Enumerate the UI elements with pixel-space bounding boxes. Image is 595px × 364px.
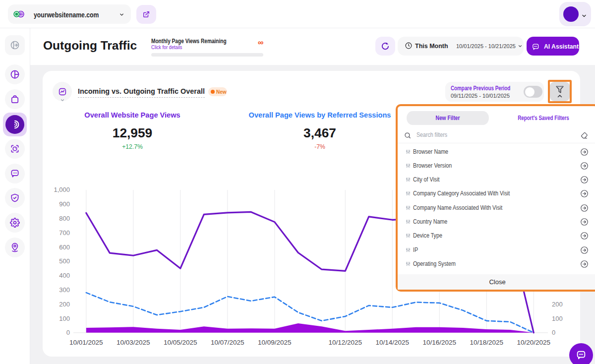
svg-text:10/09/2025: 10/09/2025 [258,339,292,346]
svg-text:10/16/2025: 10/16/2025 [423,339,457,346]
svg-text:900: 900 [59,200,70,208]
svg-text:10/01/2025: 10/01/2025 [69,339,103,346]
svg-text:10/12/2025: 10/12/2025 [329,339,362,346]
svg-text:1,000: 1,000 [54,186,70,193]
svg-text:500: 500 [59,257,70,265]
svg-text:0: 0 [66,329,70,336]
svg-text:600: 600 [59,243,70,251]
svg-text:10/03/2025: 10/03/2025 [117,339,150,346]
svg-text:200: 200 [552,301,563,308]
svg-text:300: 300 [59,286,70,294]
svg-text:100: 100 [59,315,70,322]
svg-text:10/14/2025: 10/14/2025 [376,339,410,346]
svg-text:10/20/2025: 10/20/2025 [517,339,551,346]
svg-text:700: 700 [59,229,70,237]
svg-text:0: 0 [552,329,555,336]
svg-text:10/05/2025: 10/05/2025 [164,339,197,346]
svg-text:100: 100 [552,315,563,322]
svg-text:10/18/2025: 10/18/2025 [470,339,504,346]
svg-text:400: 400 [59,272,70,279]
svg-text:800: 800 [59,215,70,222]
svg-text:10/07/2025: 10/07/2025 [211,339,244,346]
svg-text:200: 200 [59,301,70,308]
